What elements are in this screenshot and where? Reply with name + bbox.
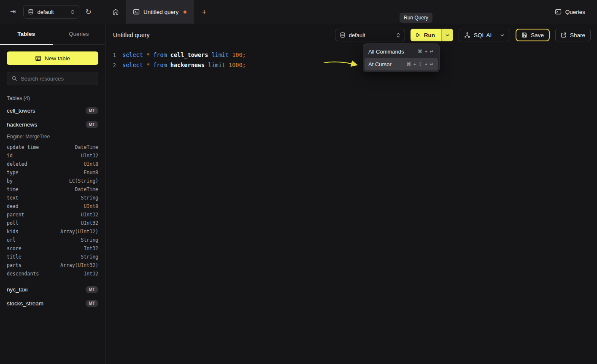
chevron-down-icon <box>500 33 505 38</box>
table-row[interactable]: cell_towersMT <box>7 104 98 118</box>
query-tab-icon <box>133 8 140 15</box>
database-icon <box>28 9 34 15</box>
column-type: Enum8 <box>84 170 98 175</box>
tab-bar: Untitled query + <box>105 0 214 24</box>
column-name: deleted <box>7 161 27 167</box>
home-tab[interactable] <box>105 0 126 24</box>
column-name: id <box>7 153 13 159</box>
chevron-down-icon <box>445 33 450 38</box>
database-selector-value: default <box>349 32 393 38</box>
column-name: descendants <box>7 271 39 277</box>
line-number: 1 <box>108 52 116 58</box>
table-row[interactable]: nyc_taxiMT <box>7 283 98 297</box>
column-type: DateTime <box>75 186 98 192</box>
collapse-sidebar-button[interactable]: ⇥ <box>8 7 17 17</box>
menu-item-shortcut: ⌘ + ↵ <box>418 49 434 54</box>
plus-icon: + <box>202 8 206 16</box>
share-button-label: Share <box>570 32 585 38</box>
new-table-button[interactable]: New table <box>7 51 98 65</box>
topbar: ⇥ default ↻ Unti <box>0 0 597 24</box>
database-selector-value: default <box>37 9 67 15</box>
sidebar-tab-tables[interactable]: Tables <box>0 24 53 44</box>
table-list: cell_towersMThackernewsMTEngine: MergeTr… <box>7 104 98 310</box>
column-type: UInt32 <box>81 212 98 218</box>
column-type: UInt32 <box>81 220 98 226</box>
menu-item-label: All Commands <box>368 49 404 55</box>
run-options-button[interactable] <box>441 29 453 41</box>
topbar-database-selector[interactable]: default <box>23 5 79 19</box>
updown-icon <box>396 32 400 38</box>
column-name: text <box>7 195 19 201</box>
main-database-selector[interactable]: default <box>335 29 405 41</box>
editor-lines: 1select * from cell_towers limit 100;2se… <box>105 50 597 70</box>
sql-editor[interactable]: 1select * from cell_towers limit 100;2se… <box>105 46 597 364</box>
column-name: dead <box>7 203 19 209</box>
save-button[interactable]: Save <box>516 29 550 41</box>
table-row[interactable]: stocks_streamMT <box>7 297 98 310</box>
column-list: update_timeDateTimeidUInt32deletedUInt8t… <box>7 143 98 278</box>
engine-badge: MT <box>86 300 98 307</box>
engine-badge: MT <box>86 286 98 293</box>
run-menu-item[interactable]: At Cursor⌘ + ⇧ + ↵ <box>365 58 438 70</box>
query-header: Untitled query default <box>105 24 597 46</box>
tables-section-title: Tables (4) <box>7 95 98 101</box>
column-type: DateTime <box>75 144 98 150</box>
menu-item-label: At Cursor <box>368 61 392 67</box>
column-row: deadUInt8 <box>7 202 98 210</box>
column-type: Int32 <box>84 271 98 277</box>
table-icon <box>35 55 41 62</box>
sql-ai-button[interactable]: SQL AI <box>459 29 510 41</box>
query-title: Untitled query <box>113 32 149 38</box>
column-row: idUInt32 <box>7 151 98 160</box>
column-type: String <box>81 237 98 243</box>
column-row: pollUInt32 <box>7 219 98 227</box>
save-button-label: Save <box>531 32 544 38</box>
engine-badge: MT <box>86 107 98 114</box>
column-type: UInt8 <box>84 203 98 209</box>
column-row: titleString <box>7 253 98 261</box>
search-icon <box>11 75 17 81</box>
new-tab-button[interactable]: + <box>194 0 214 24</box>
queries-icon <box>555 8 562 15</box>
home-icon <box>112 8 119 15</box>
new-table-label: New table <box>45 55 70 62</box>
column-row: scoreInt32 <box>7 244 98 253</box>
search-input[interactable] <box>21 75 94 82</box>
sql-ai-label: SQL AI <box>474 32 492 38</box>
column-row: byLC(String) <box>7 177 98 185</box>
search-box <box>7 72 98 85</box>
main-panel: Untitled query default <box>105 24 597 364</box>
column-row: textString <box>7 194 98 202</box>
play-icon <box>416 32 421 38</box>
query-controls: default Run <box>335 29 591 41</box>
table-name: hackernews <box>7 121 37 128</box>
sidebar-tab-queries[interactable]: Queries <box>53 24 105 44</box>
run-query-tooltip: Run Query <box>400 13 432 23</box>
tab-untitled-query[interactable]: Untitled query <box>126 0 194 24</box>
column-name: poll <box>7 220 19 226</box>
code-text: select * from cell_towers limit 100; <box>122 51 246 58</box>
refresh-button[interactable]: ↻ <box>84 7 93 17</box>
column-row: descendantsInt32 <box>7 270 98 278</box>
share-button[interactable]: Share <box>555 29 591 41</box>
column-name: parent <box>7 212 24 218</box>
sql-ai-options[interactable] <box>496 31 505 39</box>
unsaved-dot <box>184 11 186 13</box>
save-icon <box>521 32 527 38</box>
column-name: by <box>7 178 13 184</box>
column-type: UInt32 <box>81 153 98 159</box>
share-icon <box>561 32 567 38</box>
updown-icon <box>70 9 75 15</box>
sidebar: Tables Queries New table Tables (4) cell… <box>0 24 105 364</box>
table-name: stocks_stream <box>7 300 43 307</box>
column-type: Array(UInt32) <box>60 262 98 268</box>
run-menu-item[interactable]: All Commands⌘ + ↵ <box>365 45 438 58</box>
run-button[interactable]: Run <box>411 29 441 41</box>
column-row: update_timeDateTime <box>7 143 98 151</box>
queries-button[interactable]: Queries <box>555 8 585 15</box>
column-row: kidsArray(UInt32) <box>7 227 98 236</box>
column-row: partsArray(UInt32) <box>7 261 98 270</box>
table-row[interactable]: hackernewsMT <box>7 118 98 132</box>
engine-label: Engine: MergeTree <box>7 132 98 142</box>
queries-button-label: Queries <box>565 9 585 15</box>
